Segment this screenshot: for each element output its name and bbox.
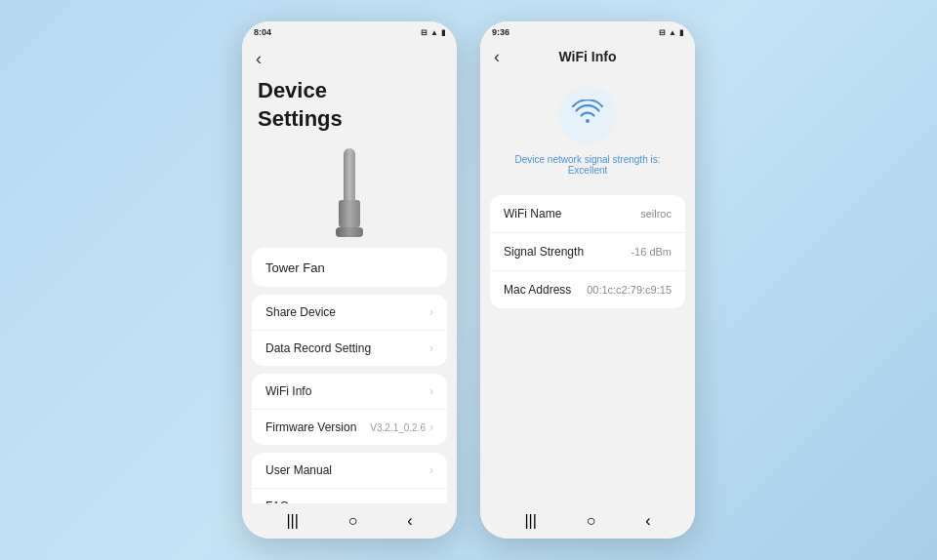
- wifi-info-item[interactable]: WiFi Info ›: [252, 374, 447, 410]
- menu-group-2: WiFi Info › Firmware Version V3.2.1_0.2.…: [252, 374, 447, 445]
- battery-icon-1: ▮: [441, 28, 445, 37]
- wifi-signal-area: Device network signal strength is: Excel…: [480, 70, 695, 185]
- wifi-signal-quality: Excellent: [568, 165, 608, 176]
- bottom-nav-2: ||| ○ ‹: [480, 503, 695, 539]
- mac-address-row: Mac Address 00:1c:c2:79:c9:15: [490, 271, 685, 308]
- fan-top: [344, 148, 355, 202]
- chevron-icon-manual: ›: [429, 463, 433, 477]
- signal-strength-value: -16 dBm: [631, 246, 672, 258]
- user-manual-label: User Manual: [265, 463, 332, 477]
- nav-back-nav-1[interactable]: ‹: [407, 512, 412, 530]
- wifi-page-title: WiFi Info: [559, 49, 617, 64]
- mac-address-label: Mac Address: [504, 283, 571, 297]
- fan-base: [336, 227, 363, 237]
- menu-group-1: Share Device › Data Record Setting ›: [252, 295, 447, 366]
- firmware-item[interactable]: Firmware Version V3.2.1_0.2.6 ›: [252, 410, 447, 445]
- screen-1: ‹ DeviceSettings Tower Fan Share Device …: [242, 41, 457, 503]
- time-1: 8:04: [254, 27, 271, 37]
- share-device-label: Share Device: [265, 305, 336, 319]
- wifi-status-icon-2: ▲: [669, 28, 676, 37]
- firmware-label: Firmware Version: [265, 420, 356, 434]
- fan-middle: [339, 200, 360, 227]
- wifi-name-label: WiFi Name: [504, 207, 561, 220]
- phone2-frame: 9:36 ⊟ ▲ ▮ ‹ WiFi Info: [480, 21, 695, 539]
- status-bar-2: 9:36 ⊟ ▲ ▮: [480, 21, 695, 41]
- signal-strength-label: Signal Strength: [504, 245, 584, 259]
- back-button-2[interactable]: ‹: [494, 47, 500, 67]
- device-image-area: [242, 144, 457, 248]
- menu-group-3: User Manual › FAQs ›: [252, 453, 447, 503]
- wifi-name-value: seilroc: [640, 208, 672, 220]
- chevron-icon-share: ›: [429, 305, 433, 319]
- data-record-item[interactable]: Data Record Setting ›: [252, 331, 447, 366]
- back-button-1[interactable]: ‹: [242, 41, 457, 73]
- wifi-name-row: WiFi Name seilroc: [490, 195, 685, 233]
- signal-icon-2: ⊟: [659, 28, 666, 37]
- user-manual-item[interactable]: User Manual ›: [252, 453, 447, 489]
- nav-recents-1[interactable]: |||: [286, 512, 298, 530]
- wifi-signal-prefix: Device network signal strength is:: [515, 154, 661, 165]
- time-2: 9:36: [492, 27, 509, 37]
- chevron-icon-data: ›: [429, 341, 433, 355]
- phone1-frame: 8:04 ⊟ ▲ ▮ ‹ DeviceSettings Tower Fan Sh…: [242, 21, 457, 539]
- wifi-icon: [572, 100, 603, 132]
- share-device-item[interactable]: Share Device ›: [252, 295, 447, 331]
- data-record-label: Data Record Setting: [265, 341, 371, 355]
- firmware-right: V3.2.1_0.2.6 ›: [370, 420, 433, 434]
- device-name-card: Tower Fan: [252, 248, 447, 287]
- wifi-info-label: WiFi Info: [265, 384, 311, 398]
- nav-home-1[interactable]: ○: [348, 512, 358, 530]
- device-name-label: Tower Fan: [265, 260, 325, 275]
- device-image: [325, 148, 374, 236]
- signal-icon-1: ⊟: [421, 28, 428, 37]
- wifi-page-header: ‹ WiFi Info: [480, 41, 695, 70]
- chevron-icon-wifi: ›: [429, 384, 433, 398]
- chevron-icon-firmware: ›: [429, 420, 433, 434]
- nav-home-2[interactable]: ○: [587, 512, 596, 530]
- battery-icon-2: ▮: [679, 28, 683, 37]
- wifi-info-card: WiFi Name seilroc Signal Strength -16 dB…: [490, 195, 685, 308]
- status-icons-1: ⊟ ▲ ▮: [421, 28, 445, 37]
- bottom-nav-1: ||| ○ ‹: [242, 503, 457, 539]
- status-icons-2: ⊟ ▲ ▮: [659, 28, 683, 37]
- signal-strength-row: Signal Strength -16 dBm: [490, 233, 685, 271]
- nav-back-nav-2[interactable]: ‹: [645, 512, 650, 530]
- firmware-value: V3.2.1_0.2.6: [370, 422, 426, 433]
- mac-address-value: 00:1c:c2:79:c9:15: [587, 284, 672, 296]
- status-bar-1: 8:04 ⊟ ▲ ▮: [242, 21, 457, 41]
- nav-recents-2[interactable]: |||: [524, 512, 536, 530]
- wifi-icon-background: [558, 86, 617, 144]
- page-title-1: DeviceSettings: [242, 73, 457, 144]
- settings-cards: Tower Fan Share Device › Data Record Set…: [242, 248, 457, 503]
- screen-2: ‹ WiFi Info Device network signal streng…: [480, 41, 695, 503]
- faqs-item[interactable]: FAQs ›: [252, 489, 447, 503]
- wifi-status-icon-1: ▲: [430, 28, 438, 37]
- wifi-signal-text: Device network signal strength is: Excel…: [480, 154, 695, 176]
